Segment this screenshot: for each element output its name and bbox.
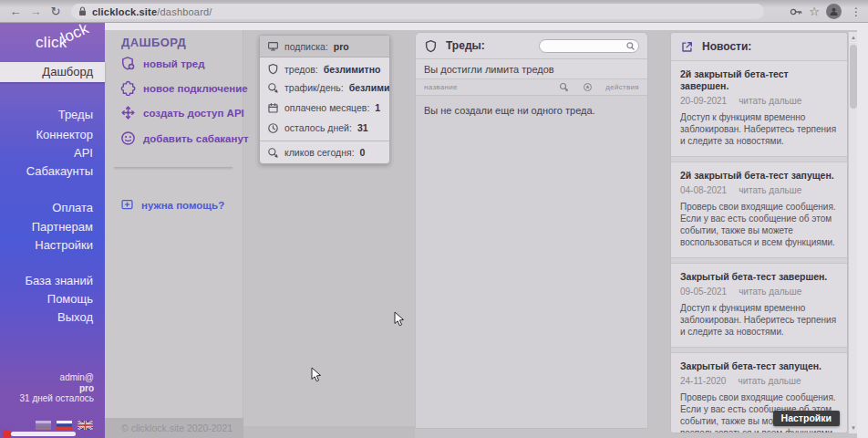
subscription-row-traffic: трафик/день: безлимитно xyxy=(260,78,389,98)
threads-title: Треды: xyxy=(446,39,485,52)
add-subaccount-label: добавить сабаканут xyxy=(143,133,249,144)
column-actions-label: действия xyxy=(605,83,639,91)
url-bar[interactable]: clicklock.site/dashboard/ xyxy=(71,4,764,19)
news-item-date: 24-11-2020 xyxy=(680,376,726,386)
scrollbar-thumb[interactable] xyxy=(850,45,857,109)
key-icon[interactable] xyxy=(790,7,802,16)
read-more-link[interactable]: читать дальше xyxy=(739,96,801,106)
move-icon xyxy=(120,105,136,120)
read-more-link[interactable]: читать дальше xyxy=(738,376,801,386)
sidebar-item-payment[interactable]: Оплата xyxy=(0,198,105,218)
sidebar-item-api[interactable]: API xyxy=(0,143,105,163)
need-help-label: нужна помощь? xyxy=(141,200,224,211)
create-api-access-link[interactable]: создать доступ API xyxy=(120,105,244,120)
sidebar-item-subaccounts[interactable]: Сабакаунты xyxy=(0,162,105,182)
clock-icon xyxy=(267,122,279,134)
sidebar-item-dashboard[interactable]: Дашборд xyxy=(0,62,105,82)
sidebar: clicklock Дашборд Треды Коннектор API Са… xyxy=(0,23,105,438)
news-item-body: Доступ к функциям временно заблокирован.… xyxy=(680,302,838,338)
sidebar-item-threads[interactable]: Треды xyxy=(0,105,105,125)
shield-icon xyxy=(267,63,279,75)
threads-header: Треды: xyxy=(416,33,647,59)
threads-empty-message: Вы не создали еще ни одного треда. xyxy=(416,96,647,428)
video-playhead-dot xyxy=(3,430,11,438)
read-more-link[interactable]: читать дальше xyxy=(739,185,801,195)
subscription-label: подписка: xyxy=(284,41,328,52)
new-thread-link[interactable]: новый тред xyxy=(120,56,204,71)
scroll-up-icon[interactable]: ▲ xyxy=(849,32,858,43)
new-connection-link[interactable]: новое подключение xyxy=(120,80,248,96)
browser-menu-icon[interactable]: ⋮ xyxy=(848,6,864,17)
bookmark-star-icon[interactable]: ☆ xyxy=(809,5,820,17)
threads-panel: Треды: Вы достигли лимита тредов названи… xyxy=(415,32,648,429)
video-seek-bar xyxy=(11,432,76,436)
read-more-link[interactable]: читать дальше xyxy=(739,287,801,297)
threads-limit-notice: Вы достигли лимита тредов xyxy=(416,59,647,79)
ru-flag-icon[interactable] xyxy=(57,421,72,430)
news-scrollbar[interactable]: ▲ ▼ xyxy=(848,32,857,433)
subscription-card: подписка: pro тредов: безлимитно трафик/… xyxy=(259,35,390,164)
column-name-label: название xyxy=(424,83,458,91)
news-item-body: Проверь свои входящие сообщения. Если у … xyxy=(680,201,838,248)
footer-strip: © clicklock.site 2020-2021 xyxy=(105,418,243,438)
face-icon xyxy=(120,130,136,146)
mid-footer-strip xyxy=(243,426,415,438)
need-help-link[interactable]: нужна помощь? xyxy=(120,198,224,212)
subscription-header: подписка: pro xyxy=(260,36,389,57)
subscription-row-clicks-today: кликов сегодня: 0 xyxy=(260,141,389,163)
sidebar-item-knowledge-base[interactable]: База знаний xyxy=(0,271,105,291)
star-circle-icon xyxy=(583,82,593,92)
uk-flag-icon[interactable] xyxy=(78,421,93,430)
news-item: 2й закрытый бета-тест завершен. 20-09-20… xyxy=(671,60,847,157)
news-item: Закрытый бета-тест завершен. 09-05-2021ч… xyxy=(671,263,847,348)
sidebar-item-partners[interactable]: Партнерам xyxy=(0,217,105,237)
copyright-text: © clicklock.site 2020-2021 xyxy=(121,422,232,433)
profile-avatar[interactable] xyxy=(826,4,842,19)
shield-plus-icon xyxy=(120,56,136,71)
clicklock-logo[interactable]: clicklock xyxy=(36,34,96,52)
create-api-access-label: создать доступ API xyxy=(143,108,244,119)
new-connection-label: новое подключение xyxy=(143,83,248,94)
dashboard-title: ДАШБОРД xyxy=(121,36,186,49)
news-item-date: 04-08-2021 xyxy=(680,185,727,195)
news-item-date: 20-09-2021 xyxy=(680,96,727,106)
threads-search-input[interactable] xyxy=(539,39,639,53)
screen: ← → ↻ clicklock.site/dashboard/ ☆ ⋮ © cl… xyxy=(0,0,868,438)
account-email: admin@ xyxy=(20,372,95,383)
news-item-body: Доступ к функциям временно заблокирован.… xyxy=(680,111,838,147)
sidebar-item-settings[interactable]: Настройки xyxy=(0,235,105,256)
sidebar-item-help[interactable]: Помощь xyxy=(0,289,105,309)
news-header: Новости: xyxy=(671,33,847,60)
search-icon xyxy=(625,41,636,51)
cursor-click-icon xyxy=(559,82,569,92)
external-link-icon xyxy=(680,40,694,54)
news-item: 2й закрытый бета-тест запущен. 04-08-202… xyxy=(671,162,847,258)
subscription-row-days-left: осталось дней: 31 xyxy=(260,118,389,138)
sidebar-item-logout[interactable]: Выход xyxy=(0,308,105,328)
reload-icon[interactable]: ↻ xyxy=(46,5,66,17)
cursor-click-icon xyxy=(267,82,279,94)
back-icon[interactable]: ← xyxy=(5,5,26,17)
threads-column-header: название действия xyxy=(416,79,647,96)
add-subaccount-link[interactable]: добавить сабаканут xyxy=(120,130,249,146)
scroll-down-icon[interactable]: ▼ xyxy=(849,422,858,433)
account-info: admin@ pro 31 дней осталось xyxy=(20,372,95,404)
new-thread-label: новый тред xyxy=(143,58,204,69)
puzzle-icon xyxy=(120,80,136,96)
message-plus-icon xyxy=(120,198,134,212)
forward-icon[interactable]: → xyxy=(26,5,46,17)
url-text: clicklock.site/dashboard/ xyxy=(92,6,212,17)
subscription-row-months: оплачено месяцев: 1 xyxy=(260,98,389,118)
calendar-icon xyxy=(267,102,279,114)
news-item-title: 2й закрытый бета-тест запущен. xyxy=(680,170,838,182)
https-lock-icon xyxy=(78,6,87,16)
account-days-left: 31 дней осталось xyxy=(20,393,95,404)
news-item-date: 09-05-2021 xyxy=(680,287,727,297)
language-switcher xyxy=(36,421,93,430)
sidebar-item-connector[interactable]: Коннектор xyxy=(0,125,105,145)
settings-button[interactable]: Настройки xyxy=(773,411,840,426)
news-item-title: Закрытый бета-тест завершен. xyxy=(680,271,838,283)
cursor-click-icon xyxy=(267,147,279,159)
browser-chrome: ← → ↻ clicklock.site/dashboard/ ☆ ⋮ xyxy=(0,0,868,23)
ru-flag-inactive-icon[interactable] xyxy=(36,421,51,430)
